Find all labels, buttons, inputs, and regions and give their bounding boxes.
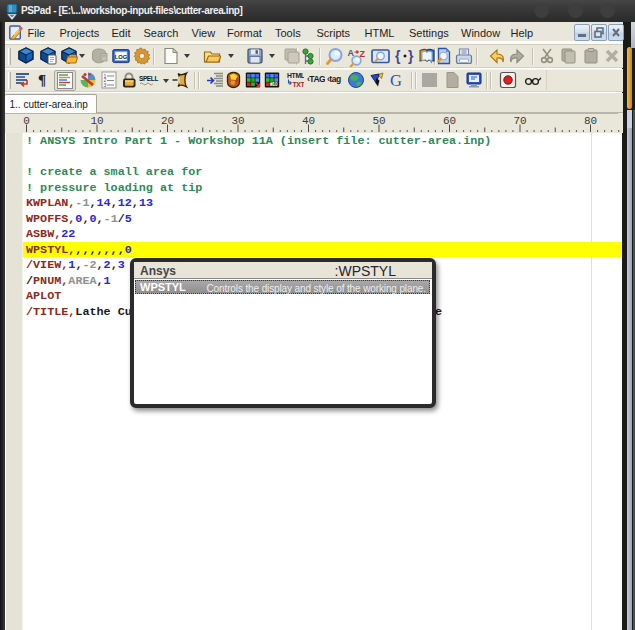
svg-text:LOG: LOG	[115, 53, 128, 59]
svg-text:60: 60	[443, 114, 456, 126]
svg-text:10: 10	[90, 114, 103, 126]
svg-text:3: 3	[104, 81, 107, 87]
svg-text:{: {	[395, 47, 401, 63]
svg-text:50: 50	[372, 114, 385, 126]
svg-text:¶: ¶	[38, 72, 46, 88]
svg-text:HTML: HTML	[287, 72, 304, 79]
svg-text:0: 0	[23, 114, 30, 126]
svg-text:SPELL: SPELL	[139, 74, 158, 81]
svg-text:70: 70	[513, 114, 526, 126]
svg-text:20: 20	[161, 114, 174, 126]
svg-text:G: G	[390, 71, 402, 89]
svg-text:#10: #10	[270, 82, 278, 87]
svg-text:TXT: TXT	[293, 81, 305, 88]
svg-text:Z: Z	[360, 48, 366, 58]
svg-text:}: }	[408, 47, 414, 63]
svg-text:80: 80	[584, 114, 597, 126]
svg-text:30: 30	[231, 114, 244, 126]
svg-text:‹TAG: ‹TAG	[307, 74, 325, 84]
svg-text:40: 40	[302, 114, 315, 126]
svg-text:‹tag: ‹tag	[327, 74, 341, 84]
